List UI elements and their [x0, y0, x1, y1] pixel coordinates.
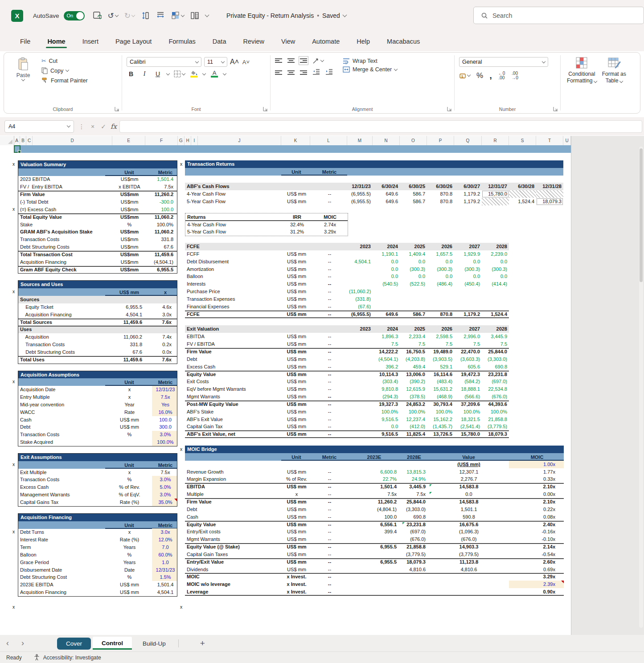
cell[interactable]: 18,079.3 — [482, 430, 509, 438]
cell[interactable]: -- — [310, 288, 347, 295]
cell[interactable]: (6,955.5) — [347, 198, 373, 205]
cell[interactable]: US$ mm — [281, 513, 310, 521]
cell[interactable]: -- — [310, 295, 347, 303]
cell[interactable]: 331.8 — [152, 236, 177, 243]
column-header[interactable]: R — [482, 136, 509, 145]
cell[interactable]: Unit — [281, 454, 310, 461]
cell[interactable]: Leverage — [185, 588, 281, 596]
cell[interactable] — [454, 295, 482, 303]
cell[interactable] — [347, 333, 373, 340]
cell[interactable]: 16,750.5 — [400, 348, 427, 356]
cell[interactable]: 0.2x — [152, 341, 177, 348]
cell[interactable]: 586.7 — [400, 190, 427, 198]
cell[interactable]: Disbursement Date — [18, 566, 105, 574]
cell[interactable]: (3,779.5) — [427, 551, 509, 558]
cell[interactable]: MOIC — [185, 573, 281, 581]
cell[interactable]: 7.5x — [347, 491, 400, 498]
cell[interactable] — [310, 183, 347, 190]
cell[interactable]: -- — [310, 416, 347, 423]
cell[interactable]: Management Warrants — [18, 491, 105, 499]
cell[interactable] — [427, 295, 454, 303]
cell[interactable] — [152, 296, 177, 303]
cell[interactable] — [347, 573, 400, 581]
cell[interactable]: % of Rev. — [105, 483, 152, 491]
conditional-formatting-button[interactable]: ConditionalFormatting — [567, 56, 597, 104]
cell[interactable]: 2023 EBITDA — [18, 176, 105, 183]
selected-cell[interactable] — [14, 145, 21, 153]
menu-tab-data[interactable]: Data — [204, 34, 235, 49]
qat-overflow-icon[interactable] — [205, 13, 209, 17]
cell[interactable]: 0.00x — [509, 491, 564, 498]
cell[interactable]: US$ mm — [105, 416, 152, 424]
cell[interactable]: 35.0% — [152, 499, 177, 506]
cell[interactable]: 2023E EBITDA — [18, 581, 105, 589]
cell[interactable]: 11,459.6 — [105, 356, 152, 364]
cell[interactable]: 2.60x — [509, 558, 564, 566]
column-header[interactable]: Q — [454, 136, 482, 145]
cell[interactable]: -- — [310, 198, 347, 205]
cell[interactable] — [310, 243, 347, 250]
cell[interactable]: Metric — [310, 168, 347, 176]
cell[interactable] — [400, 588, 427, 596]
cell[interactable] — [281, 183, 310, 190]
cell[interactable]: 24,853.2 — [400, 401, 427, 408]
cell[interactable]: Equity Value — [185, 371, 281, 378]
cell[interactable]: (522.5) — [400, 280, 427, 288]
cell[interactable]: 2.40x — [509, 521, 564, 528]
cell[interactable]: 22,534.8 — [482, 385, 509, 393]
format-as-table-button[interactable]: Format asTable — [602, 56, 626, 104]
cell[interactable]: MOIC — [509, 454, 564, 461]
cell[interactable]: 11,260.2 — [152, 191, 177, 198]
cell[interactable]: -- — [310, 371, 347, 378]
cell[interactable]: US$ mm — [281, 543, 310, 551]
cell[interactable]: 3.29x — [311, 228, 348, 236]
underline-caret-icon[interactable] — [166, 71, 170, 75]
column-header[interactable]: F — [145, 136, 178, 145]
cell[interactable]: 67.6 — [152, 243, 177, 251]
cell[interactable]: 6/30/26 — [427, 183, 454, 190]
cell[interactable]: 9,516.5 — [373, 430, 400, 438]
cell[interactable]: 7.6x — [152, 319, 177, 326]
cell[interactable]: 5-Year Cash Flow — [185, 228, 282, 236]
cell[interactable]: x Invest. — [281, 588, 310, 596]
italic-button[interactable]: I — [140, 70, 149, 78]
cell[interactable] — [347, 363, 373, 371]
cell[interactable]: 6,600.8 — [347, 468, 400, 476]
cell[interactable]: 605.6 — [454, 363, 482, 371]
cell[interactable]: 4-Year Cash Flow — [185, 190, 281, 198]
cell[interactable] — [400, 295, 427, 303]
column-header[interactable]: E — [112, 136, 145, 145]
cell[interactable]: (300.3) — [454, 266, 482, 273]
cell[interactable] — [373, 295, 400, 303]
cell[interactable]: (378.5) — [400, 393, 427, 401]
cell[interactable] — [18, 378, 105, 386]
column-header[interactable]: U — [563, 136, 571, 145]
cell[interactable]: 100.0% — [152, 221, 177, 229]
cell[interactable]: 6/30/25 — [400, 183, 427, 190]
cell[interactable]: 1,179.2 — [454, 311, 482, 318]
cell[interactable]: 6/30/28 — [509, 183, 536, 190]
cell[interactable] — [18, 168, 105, 176]
cell[interactable] — [347, 536, 400, 543]
search-box[interactable]: Search — [473, 7, 644, 24]
cell[interactable]: Interest Rate — [18, 536, 105, 544]
column-header[interactable]: M — [347, 136, 373, 145]
cell[interactable]: -- — [310, 498, 347, 506]
cell[interactable] — [347, 280, 373, 288]
paste-button[interactable]: Paste — [9, 57, 37, 84]
shrink-font-button[interactable]: A˅ — [242, 59, 250, 65]
cell[interactable]: Rate (%) — [105, 536, 152, 544]
cell[interactable]: US$ mm — [281, 430, 310, 438]
cell[interactable]: Yes — [152, 401, 177, 409]
cell[interactable] — [400, 581, 427, 588]
cell[interactable] — [347, 340, 373, 348]
column-header[interactable]: P — [427, 136, 454, 145]
cell[interactable]: -- — [310, 303, 347, 311]
cell[interactable] — [373, 288, 400, 295]
cell[interactable]: -- — [310, 393, 347, 401]
vertical-scrollbar[interactable] — [639, 147, 643, 628]
cell[interactable]: Years — [105, 559, 152, 566]
cell[interactable]: x Invest. — [281, 581, 310, 588]
font-dialog-launcher-icon[interactable] — [263, 106, 268, 111]
cell[interactable]: 100.0% — [482, 408, 509, 416]
